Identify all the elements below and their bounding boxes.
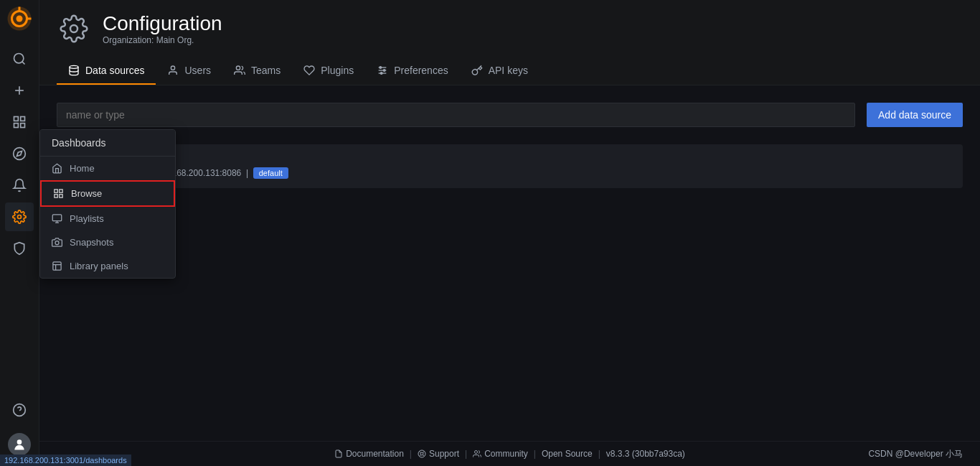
footer-documentation-link[interactable]: Documentation [334, 449, 404, 459]
doc-icon [334, 449, 343, 458]
svg-point-37 [380, 67, 382, 69]
key-icon [471, 65, 483, 76]
footer-version: v8.3.3 (30bb7a93ca) [606, 449, 685, 459]
svg-line-45 [423, 452, 424, 453]
svg-line-42 [419, 451, 420, 452]
svg-point-47 [475, 451, 478, 454]
dropdown-item-snapshots[interactable]: Snapshots [40, 230, 175, 254]
tab-plugins-label: Plugins [321, 65, 354, 76]
svg-rect-12 [21, 124, 25, 128]
tab-preferences[interactable]: Preferences [365, 57, 459, 85]
add-datasource-button[interactable]: Add data source [867, 103, 963, 127]
svg-rect-23 [52, 215, 62, 221]
datasource-badge: default [253, 167, 288, 179]
main-content: Configuration Organization: Main Org. Da… [39, 0, 980, 466]
svg-rect-21 [55, 195, 57, 197]
tab-api-keys[interactable]: API keys [460, 57, 540, 85]
avatar-image [8, 433, 31, 456]
config-icon [57, 11, 91, 46]
page-footer: Documentation | Support | Community | Op… [39, 441, 980, 466]
footer-sep-4: | [598, 449, 600, 459]
svg-line-46 [419, 455, 420, 456]
footer-opensource-label: Open Source [542, 449, 593, 459]
sidebar-item-add[interactable] [5, 76, 34, 105]
search-input[interactable] [57, 103, 855, 127]
page-title-group: Configuration Organization: Main Org. [103, 12, 222, 45]
svg-point-39 [381, 73, 383, 75]
tab-plugins[interactable]: Plugins [292, 57, 365, 85]
user-icon [167, 65, 179, 76]
svg-point-2 [17, 16, 23, 22]
tab-bar: Data sources Users Teams Plugins Prefere… [57, 57, 963, 85]
tab-api-keys-label: API keys [489, 65, 528, 76]
tab-teams-label: Teams [251, 65, 281, 76]
database-icon [68, 65, 80, 76]
svg-marker-14 [17, 151, 22, 156]
datasource-url: xDB | http://192.168.200.131:8086 | defa… [105, 168, 948, 178]
dropdown-item-browse[interactable]: Browse [40, 180, 175, 207]
tab-teams[interactable]: Teams [222, 57, 292, 85]
dropdown-item-snapshots-label: Snapshots [70, 237, 113, 248]
sidebar-item-configuration[interactable] [5, 202, 34, 231]
svg-rect-22 [60, 195, 62, 197]
sidebar-item-help[interactable] [5, 396, 34, 424]
dropdown-item-playlists[interactable]: Playlists [40, 207, 175, 230]
datasource-name: InfluxDB [105, 154, 948, 167]
sidebar-item-shield[interactable] [5, 234, 34, 263]
dropdown-item-home-label: Home [70, 163, 95, 174]
footer-opensource-link[interactable]: Open Source [542, 449, 593, 459]
community-icon [473, 449, 481, 458]
svg-point-33 [236, 66, 240, 70]
svg-point-30 [70, 25, 77, 32]
url-bar: 192.168.200.131:3001/dashboards [0, 455, 131, 466]
camera-icon [52, 237, 62, 248]
svg-point-5 [14, 54, 24, 63]
footer-community-link[interactable]: Community [473, 449, 528, 459]
svg-point-32 [171, 66, 175, 70]
sliders-icon [377, 65, 388, 76]
page-subtitle: Organization: Main Org. [103, 35, 222, 45]
svg-rect-20 [60, 190, 62, 192]
playlist-icon [52, 213, 62, 224]
datasource-row[interactable]: xDB InfluxDB xDB | http://192.168.200.13… [57, 144, 963, 188]
svg-line-6 [22, 62, 25, 65]
sidebar-item-dashboards[interactable] [5, 108, 34, 136]
footer-support-link[interactable]: Support [418, 449, 459, 459]
svg-point-13 [14, 148, 26, 160]
svg-point-18 [17, 439, 22, 444]
page-title: Configuration [103, 12, 222, 35]
page-content: Add data source xDB InfluxDB xDB | http:… [39, 85, 980, 466]
sidebar-item-alerting[interactable] [5, 171, 34, 200]
dropdown-item-library-panels-label: Library panels [70, 261, 128, 271]
tab-data-sources-label: Data sources [85, 65, 144, 76]
dropdown-item-home[interactable]: Home [40, 157, 175, 180]
datasource-info: InfluxDB xDB | http://192.168.200.131:80… [105, 154, 948, 178]
footer-sep-1: | [410, 449, 412, 459]
grafana-logo[interactable] [6, 6, 32, 32]
page-header: Configuration Organization: Main Org. Da… [39, 0, 980, 85]
sidebar [0, 0, 39, 466]
tab-data-sources[interactable]: Data sources [57, 57, 156, 85]
svg-rect-10 [21, 117, 25, 121]
search-bar: Add data source [57, 103, 963, 127]
svg-point-26 [55, 241, 59, 245]
svg-rect-9 [14, 117, 19, 121]
dropdown-item-playlists-label: Playlists [70, 213, 104, 224]
sidebar-item-explore[interactable] [5, 139, 34, 168]
svg-rect-19 [55, 190, 57, 192]
footer-documentation-label: Documentation [346, 449, 404, 459]
tab-preferences-label: Preferences [394, 65, 448, 76]
tab-users-label: Users [184, 65, 211, 76]
plugin-icon [303, 65, 315, 76]
svg-rect-27 [53, 262, 61, 270]
support-icon [418, 449, 426, 458]
teams-icon [234, 65, 245, 76]
tab-users[interactable]: Users [156, 57, 222, 85]
sidebar-item-search[interactable] [5, 45, 34, 73]
svg-point-38 [384, 70, 386, 72]
dropdown-item-library-panels[interactable]: Library panels [40, 254, 175, 278]
footer-right-text: CSDN @Developer 小马 [868, 448, 963, 460]
footer-community-label: Community [484, 449, 528, 459]
grid-icon [53, 188, 64, 199]
svg-point-15 [18, 215, 22, 219]
